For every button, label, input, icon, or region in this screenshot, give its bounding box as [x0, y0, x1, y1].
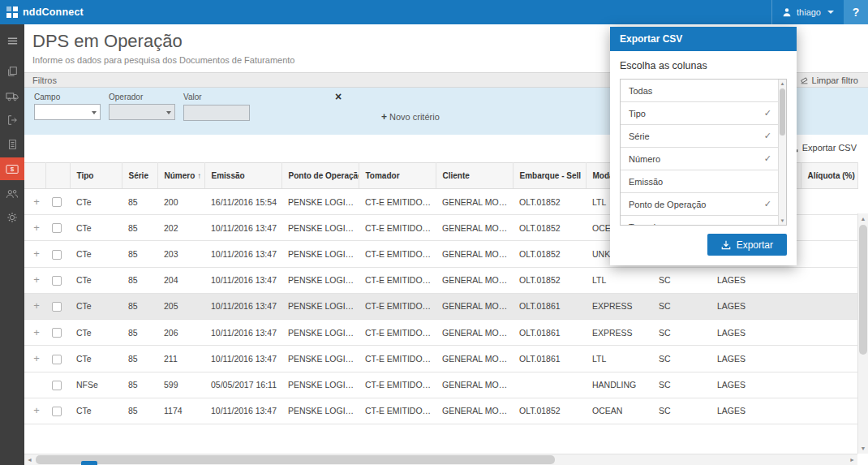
sidebar-item-users[interactable]	[0, 182, 24, 205]
user-menu[interactable]: thiago	[771, 0, 844, 24]
row-checkbox[interactable]	[52, 407, 62, 416]
column-option[interactable]: Número✓	[621, 148, 786, 170]
sort-ascending-icon: ↑	[197, 171, 201, 180]
row-checkbox[interactable]	[52, 328, 62, 338]
column-header-aliquota[interactable]: Alíquota (%)	[801, 163, 857, 189]
row-checkbox[interactable]	[52, 355, 62, 364]
vertical-scroll-thumb[interactable]	[859, 225, 867, 355]
valor-input[interactable]	[183, 105, 250, 121]
vertical-scrollbar[interactable]: ▲ ▼	[857, 213, 868, 454]
column-header-ponto[interactable]: Ponto de Operação	[281, 163, 359, 189]
column-header-tipo[interactable]: Tipo	[70, 163, 122, 189]
column-header-check[interactable]	[45, 163, 70, 189]
cell-cliente: GENERAL MOTORS D...	[436, 346, 513, 372]
cell-tipo: CTe	[70, 215, 122, 241]
column-header-embarque[interactable]: Embarque - Sell	[513, 163, 586, 189]
cell-municipio: LAGES	[711, 372, 801, 398]
row-checkbox[interactable]	[52, 302, 62, 312]
cell-tipo: NFSe	[70, 372, 122, 398]
cell-expand: +	[24, 398, 45, 424]
list-scroll-thumb[interactable]	[780, 88, 785, 136]
logo-icon	[6, 6, 18, 18]
expand-row-icon[interactable]: +	[33, 196, 40, 208]
sidebar-item-transport[interactable]	[0, 84, 24, 107]
cell-uf: SC	[652, 398, 711, 424]
cell-emissao: 10/11/2016 13:47	[204, 320, 281, 346]
column-option[interactable]: Emissão	[621, 170, 786, 193]
list-scroll-up-icon[interactable]: ▲	[779, 80, 786, 88]
table-row[interactable]: +CTe8520610/11/2016 13:47PENSKE LOGISTIC…	[24, 320, 857, 346]
row-checkbox[interactable]	[52, 276, 62, 286]
column-header-expand[interactable]	[24, 163, 45, 189]
cell-cliente: GENERAL MOTORS D...	[436, 241, 513, 267]
column-option[interactable]: Tipo✓	[621, 102, 786, 125]
expand-row-icon[interactable]: +	[33, 326, 40, 338]
column-header-serie[interactable]: Série	[122, 163, 157, 189]
new-criteria-button[interactable]: + Novo critério	[381, 111, 440, 123]
expand-row-icon[interactable]: +	[33, 404, 40, 416]
horizontal-scroll-thumb[interactable]	[36, 455, 555, 464]
column-header-emissao[interactable]: Emissão	[204, 163, 281, 189]
row-checkbox[interactable]	[52, 223, 62, 233]
check-icon: ✓	[764, 199, 771, 209]
pagination-page-button[interactable]	[81, 461, 97, 465]
list-scroll-down-icon[interactable]: ▼	[779, 217, 786, 225]
cell-tipo: CTe	[70, 241, 122, 267]
cell-numero: 205	[157, 293, 204, 319]
cell-emissao: 16/11/2016 15:54	[204, 189, 281, 215]
money-icon: $	[6, 164, 19, 174]
cell-tipo: CTe	[70, 293, 122, 319]
column-option[interactable]: Série✓	[621, 125, 786, 148]
sidebar-item-menu[interactable]	[0, 29, 24, 52]
export-csv-link[interactable]: Exportar CSV	[789, 143, 857, 153]
users-icon	[6, 188, 19, 199]
table-row[interactable]: +CTe8520510/11/2016 13:47PENSKE LOGISTIC…	[24, 293, 857, 319]
sidebar-item-export[interactable]	[0, 109, 24, 131]
list-scrollbar[interactable]: ▲ ▼	[778, 80, 786, 225]
export-csv-label: Exportar CSV	[802, 143, 857, 153]
cell-municipio: LAGES	[711, 398, 801, 424]
horizontal-scrollbar[interactable]: ◄ ►	[24, 454, 857, 465]
sidebar-item-billing[interactable]: $	[0, 157, 24, 180]
operador-select[interactable]	[109, 104, 175, 120]
cell-expand: +	[24, 189, 45, 215]
cell-aliquota	[801, 215, 857, 241]
column-option[interactable]: Ponto de Operação✓	[621, 193, 786, 216]
expand-row-icon[interactable]: +	[33, 273, 40, 286]
campo-select[interactable]	[34, 104, 101, 120]
expand-row-icon[interactable]: +	[33, 352, 40, 364]
sidebar-item-settings[interactable]	[0, 206, 24, 229]
remove-criteria-button[interactable]: ×	[335, 92, 342, 101]
cell-numero: 1174	[157, 398, 204, 424]
row-checkbox[interactable]	[52, 250, 62, 260]
scroll-left-icon[interactable]: ◄	[24, 454, 35, 465]
row-checkbox[interactable]	[52, 197, 62, 207]
operador-label: Operador	[109, 93, 175, 101]
column-header-cliente[interactable]: Cliente	[436, 163, 513, 189]
scroll-up-icon[interactable]: ▲	[858, 213, 868, 224]
sidebar-item-reports[interactable]	[0, 133, 24, 156]
cell-tomador: CT-E EMITIDO EM A...	[359, 189, 436, 215]
help-button[interactable]: ?	[844, 0, 868, 24]
expand-row-icon[interactable]: +	[33, 248, 40, 260]
table-row[interactable]: NFSe8559905/05/2017 16:11PENSKE LOGISTIC…	[24, 372, 857, 398]
table-row[interactable]: +CTe8521110/11/2016 13:47PENSKE LOGISTIC…	[24, 346, 857, 372]
column-header-numero[interactable]: Número↑	[157, 163, 204, 189]
sidebar-item-documents[interactable]	[0, 60, 24, 83]
scroll-right-icon[interactable]: ►	[847, 454, 857, 465]
expand-row-icon[interactable]: +	[33, 299, 40, 312]
expand-row-icon[interactable]: +	[33, 222, 40, 234]
export-button[interactable]: Exportar	[707, 234, 787, 256]
cell-embarque: OLT.01852	[513, 398, 586, 424]
table-row[interactable]: +CTe85117410/11/2016 13:47PENSKE LOGISTI…	[24, 398, 857, 424]
cell-ponto: PENSKE LOGISTICS - ...	[281, 241, 359, 267]
column-header-tomador[interactable]: Tomador	[359, 163, 436, 189]
table-row[interactable]: +CTe8520410/11/2016 13:47PENSKE LOGISTIC…	[24, 267, 857, 293]
column-option[interactable]: Todas	[621, 80, 786, 102]
column-option[interactable]: Tomador	[621, 216, 786, 226]
cell-aliquota	[801, 346, 857, 372]
scroll-down-icon[interactable]: ▼	[858, 443, 868, 454]
file-icon	[7, 139, 18, 150]
clear-filter-button[interactable]: Limpar filtro	[800, 75, 858, 85]
row-checkbox[interactable]	[52, 381, 62, 390]
